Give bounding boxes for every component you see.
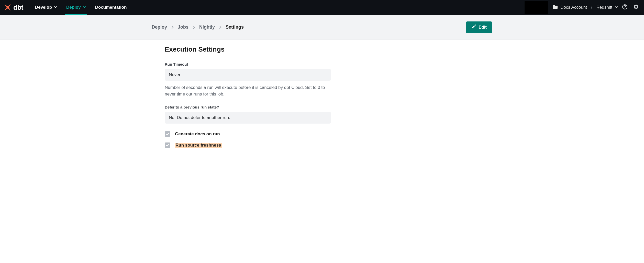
top-nav: dbt Develop Deploy Documentation Docs Ac… — [0, 0, 644, 15]
nav-deploy[interactable]: Deploy — [62, 0, 91, 15]
nav-documentation-label: Documentation — [95, 5, 127, 10]
breadcrumb-deploy[interactable]: Deploy — [152, 25, 167, 30]
project-name: Redshift — [596, 5, 612, 10]
brand-name: dbt — [13, 4, 23, 11]
chevron-right-icon — [219, 26, 221, 29]
pencil-icon — [471, 24, 476, 30]
breadcrumb-jobs[interactable]: Jobs — [178, 25, 188, 30]
checkbox-icon — [165, 131, 170, 137]
run-timeout-value: Never — [165, 69, 331, 81]
breadcrumb-settings: Settings — [226, 25, 244, 30]
chevron-down-icon — [54, 5, 57, 10]
account-separator: / — [590, 5, 594, 10]
account-name: Docs Account — [560, 5, 587, 10]
redacted-block — [525, 1, 548, 14]
primary-nav: Develop Deploy Documentation — [30, 0, 131, 15]
help-button[interactable] — [620, 3, 629, 12]
chevron-right-icon — [193, 26, 195, 29]
nav-deploy-label: Deploy — [66, 5, 81, 10]
checkbox-generate-docs[interactable]: Generate docs on run — [165, 131, 479, 137]
field-run-timeout: Run Timeout Never Number of seconds a ru… — [165, 62, 344, 97]
dbt-logo-icon — [4, 3, 12, 11]
checkbox-icon — [165, 142, 170, 148]
run-timeout-label: Run Timeout — [165, 62, 344, 66]
help-icon — [622, 4, 628, 11]
settings-button[interactable] — [632, 3, 640, 12]
checkbox-source-freshness[interactable]: Run source freshness — [165, 142, 479, 148]
generate-docs-label: Generate docs on run — [175, 132, 220, 137]
nav-develop[interactable]: Develop — [30, 0, 62, 15]
chevron-down-icon — [83, 5, 86, 10]
breadcrumb-job-name[interactable]: Nightly — [199, 25, 215, 30]
folder-icon — [553, 5, 558, 10]
field-defer: Defer to a previous run state? No; Do no… — [165, 105, 344, 124]
account-switcher[interactable]: Docs Account / Redshift — [553, 5, 618, 10]
nav-develop-label: Develop — [35, 5, 52, 10]
settings-card: Execution Settings Run Timeout Never Num… — [152, 40, 492, 164]
section-title: Execution Settings — [165, 45, 479, 53]
edit-button[interactable]: Edit — [466, 21, 492, 33]
svg-point-1 — [625, 8, 625, 8]
defer-label: Defer to a previous run state? — [165, 105, 344, 109]
page-subheader: Deploy Jobs Nightly Settings Edit — [0, 15, 644, 40]
nav-documentation[interactable]: Documentation — [91, 0, 131, 15]
breadcrumb: Deploy Jobs Nightly Settings — [152, 25, 244, 30]
logo[interactable]: dbt — [4, 3, 23, 11]
chevron-right-icon — [171, 26, 174, 29]
edit-button-label: Edit — [479, 25, 487, 30]
chevron-down-icon — [615, 5, 618, 10]
source-freshness-label: Run source freshness — [175, 143, 222, 148]
defer-value: No; Do not defer to another run. — [165, 112, 331, 124]
run-timeout-help: Number of seconds a run will execute bef… — [165, 84, 331, 97]
gear-icon — [633, 4, 639, 11]
